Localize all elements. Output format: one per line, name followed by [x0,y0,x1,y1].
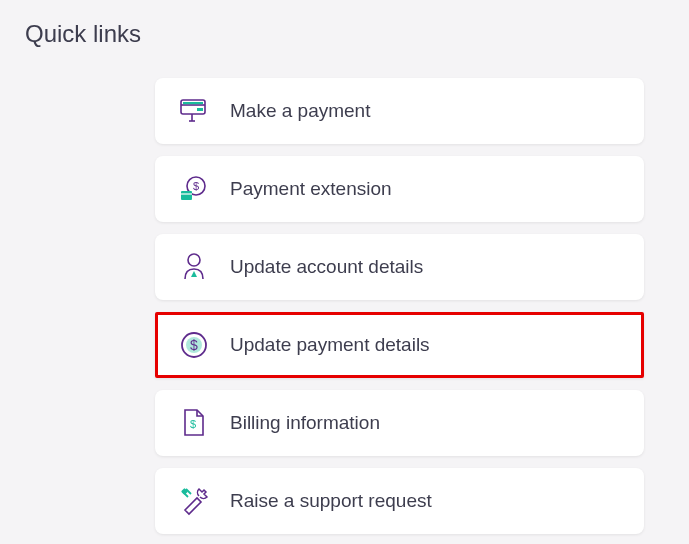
link-label: Update account details [230,256,423,278]
update-payment-link[interactable]: $ Update payment details [155,312,644,378]
payment-extension-link[interactable]: $ Payment extension [155,156,644,222]
person-icon [178,251,210,283]
svg-rect-3 [197,108,203,111]
svg-text:$: $ [190,418,196,430]
quick-links-heading: Quick links [25,20,664,48]
calendar-dollar-icon: $ [178,173,210,205]
support-request-link[interactable]: Raise a support request [155,468,644,534]
invoice-icon: $ [178,407,210,439]
atm-card-icon [178,95,210,127]
billing-info-link[interactable]: $ Billing information [155,390,644,456]
svg-rect-2 [183,102,203,104]
update-account-link[interactable]: Update account details [155,234,644,300]
svg-text:$: $ [193,180,199,192]
quick-links-list: Make a payment $ Payment extension Updat… [25,78,664,534]
link-label: Update payment details [230,334,430,356]
svg-text:$: $ [190,337,198,353]
link-label: Billing information [230,412,380,434]
link-label: Payment extension [230,178,392,200]
svg-rect-8 [181,191,192,200]
dollar-circle-icon: $ [178,329,210,361]
tools-icon [178,485,210,517]
make-payment-link[interactable]: Make a payment [155,78,644,144]
svg-point-10 [188,254,200,266]
link-label: Raise a support request [230,490,432,512]
link-label: Make a payment [230,100,370,122]
